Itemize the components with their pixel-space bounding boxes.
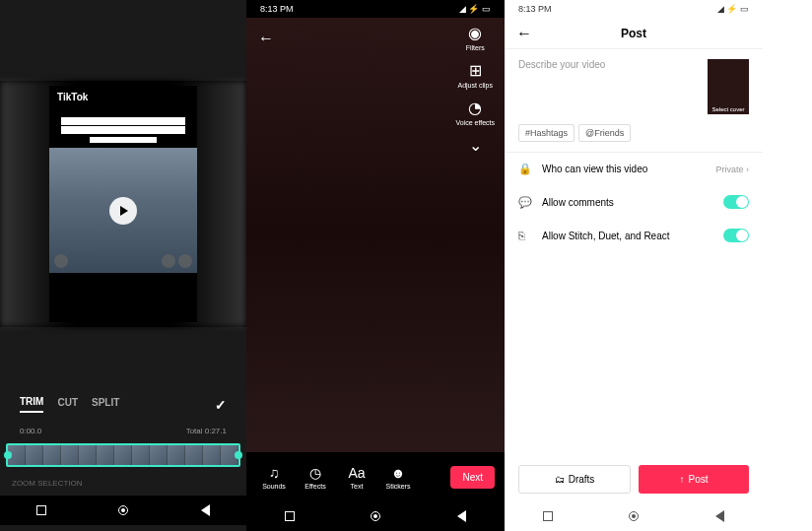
adjust-clips-button[interactable]: ⊞Adjust clips (458, 61, 493, 89)
filters-button[interactable]: ◉Filters (466, 24, 485, 51)
trim-handle-right[interactable] (235, 451, 242, 459)
stitch-label: Allow Stitch, Duet, and React (542, 231, 670, 241)
editor-screen: 8:13 PM ◢ ⚡ ▭ ← ◉Filters ⊞Adjust clips ◔… (246, 0, 505, 531)
back-icon[interactable] (457, 510, 466, 522)
expand-button[interactable]: ⌄ (469, 136, 482, 155)
sounds-button[interactable]: ♫Sounds (256, 465, 292, 490)
game-control (54, 254, 68, 268)
settings-rows: 🔒 Who can view this video Private › 💬 Al… (505, 152, 763, 252)
comments-toggle[interactable] (723, 195, 749, 209)
android-nav (246, 501, 505, 531)
comment-icon: 💬 (518, 196, 532, 209)
effects-button[interactable]: ◷Effects (298, 465, 333, 490)
zoom-label[interactable]: ZOOM SELECTION (0, 471, 246, 496)
game-control (178, 254, 192, 268)
android-nav (505, 501, 763, 531)
stitch-icon: ⎘ (518, 230, 532, 241)
status-icons: ◢ ⚡ ▭ (717, 4, 749, 14)
status-time: 8:13 PM (260, 4, 294, 14)
game-control (162, 254, 175, 268)
upload-icon: ↑ (679, 474, 684, 485)
stickers-icon: ☻ (391, 465, 406, 481)
bottom-toolbar: ♫Sounds ◷Effects AaText ☻Stickers Next (246, 452, 505, 501)
time-total: Total 0:27.1 (186, 427, 227, 435)
text-icon: Aa (348, 465, 365, 481)
comments-row: 💬 Allow comments (505, 185, 763, 219)
timeline-selection[interactable] (6, 443, 240, 467)
video-trim-screen: TikTok TRIM CUT SPLIT ✓ 0:00.0 Tot (0, 0, 246, 531)
recent-apps-icon[interactable] (543, 511, 553, 521)
drafts-button[interactable]: 🗂Drafts (518, 465, 631, 494)
comments-label: Allow comments (542, 197, 614, 208)
music-icon: ♫ (269, 465, 280, 481)
status-bar: 8:13 PM ◢ ⚡ ▭ (505, 0, 763, 18)
lock-icon: 🔒 (518, 163, 532, 175)
description-input[interactable]: Describe your video (518, 59, 700, 114)
back-icon[interactable] (715, 510, 724, 522)
adjust-icon: ⊞ (469, 61, 482, 80)
time-labels: 0:00.0 Total 0:27.1 (0, 423, 246, 439)
visibility-row[interactable]: 🔒 Who can view this video Private › (505, 153, 763, 185)
header: ← Post (505, 18, 763, 49)
visibility-label: Who can view this video (542, 164, 647, 174)
friends-button[interactable]: @Friends (578, 124, 631, 142)
visibility-value: Private › (715, 165, 749, 174)
back-icon[interactable] (201, 504, 210, 516)
next-button[interactable]: Next (450, 466, 495, 489)
game-frame (49, 148, 197, 273)
status-time: 8:13 PM (518, 4, 552, 14)
android-nav (0, 496, 246, 525)
editor-canvas[interactable]: ← ◉Filters ⊞Adjust clips ◔Voice effects … (246, 18, 505, 452)
tag-buttons: #Hashtags @Friends (505, 124, 763, 152)
back-arrow-icon[interactable]: ← (516, 25, 532, 42)
voice-icon: ◔ (468, 99, 482, 117)
drafts-icon: 🗂 (555, 474, 565, 485)
stitch-toggle[interactable] (723, 229, 749, 242)
play-icon[interactable] (109, 197, 137, 225)
voice-effects-button[interactable]: ◔Voice effects (455, 99, 495, 126)
description-area: Describe your video Select cover (505, 49, 763, 124)
status-icons: ◢ ⚡ ▭ (459, 4, 491, 14)
chevron-down-icon: ⌄ (469, 136, 482, 155)
recent-apps-icon[interactable] (285, 511, 295, 521)
home-icon[interactable] (118, 505, 128, 515)
video-frame: TikTok (49, 86, 197, 322)
post-button[interactable]: ↑Post (639, 465, 749, 494)
tab-split[interactable]: SPLIT (92, 397, 119, 412)
tab-trim[interactable]: TRIM (20, 396, 43, 413)
confirm-icon[interactable]: ✓ (215, 397, 227, 413)
trim-tabs: TRIM CUT SPLIT ✓ (0, 386, 246, 423)
side-toolbar: ◉Filters ⊞Adjust clips ◔Voice effects ⌄ (455, 24, 495, 155)
time-start: 0:00.0 (20, 427, 41, 435)
tiktok-watermark: TikTok (49, 86, 197, 108)
trim-handle-left[interactable] (4, 451, 12, 459)
redacted-text (89, 136, 158, 144)
text-button[interactable]: AaText (339, 465, 374, 490)
home-icon[interactable] (371, 511, 380, 521)
filters-icon: ◉ (468, 24, 482, 42)
redacted-text (61, 126, 185, 134)
spacer (0, 327, 246, 386)
post-screen: 8:13 PM ◢ ⚡ ▭ ← Post Describe your video… (505, 0, 763, 531)
home-icon[interactable] (629, 511, 639, 521)
redacted-text (61, 117, 185, 125)
action-buttons: 🗂Drafts ↑Post (505, 455, 763, 501)
tab-cut[interactable]: CUT (57, 397, 78, 412)
page-title: Post (621, 27, 646, 40)
back-arrow-icon[interactable]: ← (258, 30, 274, 47)
stitch-row: ⎘ Allow Stitch, Duet, and React (505, 219, 763, 252)
hashtags-button[interactable]: #Hashtags (518, 124, 575, 142)
video-preview[interactable]: TikTok (0, 81, 246, 327)
stickers-button[interactable]: ☻Stickers (380, 465, 416, 490)
top-spacer (0, 0, 246, 81)
status-bar: 8:13 PM ◢ ⚡ ▭ (246, 0, 505, 18)
recent-apps-icon[interactable] (36, 505, 46, 515)
cover-selector[interactable]: Select cover (708, 59, 749, 114)
effects-icon: ◷ (309, 465, 321, 481)
